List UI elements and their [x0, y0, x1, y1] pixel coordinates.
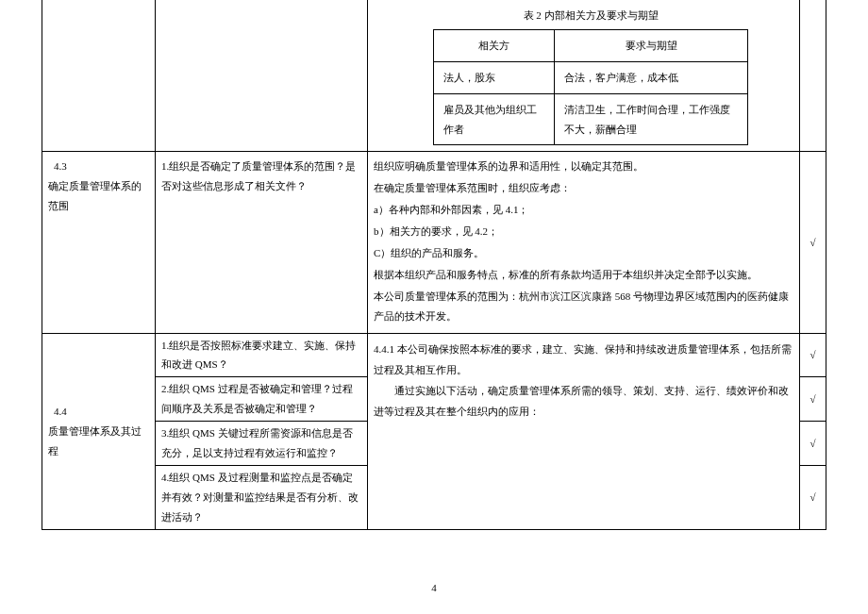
cell-4-4-c1: √ [800, 333, 826, 377]
sec-no: 4.4 [48, 402, 149, 422]
cell-4-4-c2: √ [800, 377, 826, 422]
row-inner-table: 表 2 内部相关方及要求与期望 相关方 要求与期望 法人，股东 合法，客户满意，… [42, 0, 826, 152]
cell-empty-col1 [42, 0, 156, 152]
cell-4-3-title: 4.3 确定质量管理体系的范围 [42, 152, 156, 333]
l2: a）各种内部和外部因素，见 4.1； [374, 200, 793, 220]
page-number: 4 [0, 582, 868, 593]
nested-r1c0: 雇员及其他为组织工作者 [434, 93, 555, 145]
nested-caption: 表 2 内部相关方及要求与期望 [388, 6, 793, 25]
cell-4-4-title: 4.4 质量管理体系及其过程 [42, 333, 156, 529]
c0: 4.4.1 本公司确保按照本标准的要求，建立、实施、保持和持续改进质量管理体系，… [374, 343, 792, 375]
l6: 本公司质量管理体系的范围为：杭州市滨江区滨康路 568 号物理边界区域范围内的医… [374, 287, 793, 326]
cell-4-3-content: 组织应明确质量管理体系的边界和适用性，以确定其范围。 在确定质量管理体系范围时，… [368, 152, 800, 333]
cell-4-3-check: √ [800, 152, 826, 333]
cell-4-4-content: 4.4.1 本公司确保按照本标准的要求，建立、实施、保持和持续改进质量管理体系，… [368, 333, 800, 529]
row-4-3: 4.3 确定质量管理体系的范围 1.组织是否确定了质量管理体系的范围？是否对这些… [42, 152, 826, 333]
row-4-4-a: 4.4 质量管理体系及其过程 1.组织是否按照标准要求建立、实施、保持和改进 Q… [42, 333, 826, 377]
c1: 通过实施以下活动，确定质量管理体系所需的领导、策划、支持、运行、绩效评价和改进等… [374, 385, 789, 417]
nested-r0c1: 合法，客户满意，成本低 [555, 61, 748, 93]
cell-4-4-c3: √ [800, 422, 826, 466]
cell-4-3-q: 1.组织是否确定了质量管理体系的范围？是否对这些信息形成了相关文件？ [156, 152, 368, 333]
l5: 根据本组织产品和服务特点，标准的所有条款均适用于本组织并决定全部予以实施。 [374, 265, 793, 285]
cell-4-4-q1: 1.组织是否按照标准要求建立、实施、保持和改进 QMS？ [156, 333, 368, 377]
cell-4-4-q4: 4.组织 QMS 及过程测量和监控点是否确定并有效？对测量和监控结果是否有分析、… [156, 465, 368, 529]
cell-empty-col2 [156, 0, 368, 152]
l4: C）组织的产品和服务。 [374, 243, 793, 263]
cell-4-4-c4: √ [800, 465, 826, 529]
nested-h1: 相关方 [434, 29, 555, 61]
cell-check-top [800, 0, 826, 152]
cell-4-4-q3: 3.组织 QMS 关键过程所需资源和信息是否充分，足以支持过程有效运行和监控？ [156, 422, 368, 466]
nested-table: 相关方 要求与期望 法人，股东 合法，客户满意，成本低 雇员及其他为组织工作者 … [433, 29, 748, 146]
nested-r1c1: 清洁卫生，工作时间合理，工作强度不大，薪酬合理 [555, 93, 748, 145]
nested-r0c0: 法人，股东 [434, 61, 555, 93]
l1: 在确定质量管理体系范围时，组织应考虑： [374, 178, 793, 198]
cell-4-4-q2: 2.组织 QMS 过程是否被确定和管理？过程间顺序及关系是否被确定和管理？ [156, 377, 368, 422]
cell-nested-container: 表 2 内部相关方及要求与期望 相关方 要求与期望 法人，股东 合法，客户满意，… [368, 0, 800, 152]
sec-no: 4.3 [48, 157, 149, 176]
sec-title: 确定质量管理体系的范围 [48, 180, 142, 211]
main-table: 表 2 内部相关方及要求与期望 相关方 要求与期望 法人，股东 合法，客户满意，… [42, 0, 826, 530]
l3: b）相关方的要求，见 4.2； [374, 222, 793, 241]
l0: 组织应明确质量管理体系的边界和适用性，以确定其范围。 [374, 157, 793, 176]
sec-title: 质量管理体系及其过程 [48, 425, 142, 456]
nested-h2: 要求与期望 [555, 29, 748, 61]
